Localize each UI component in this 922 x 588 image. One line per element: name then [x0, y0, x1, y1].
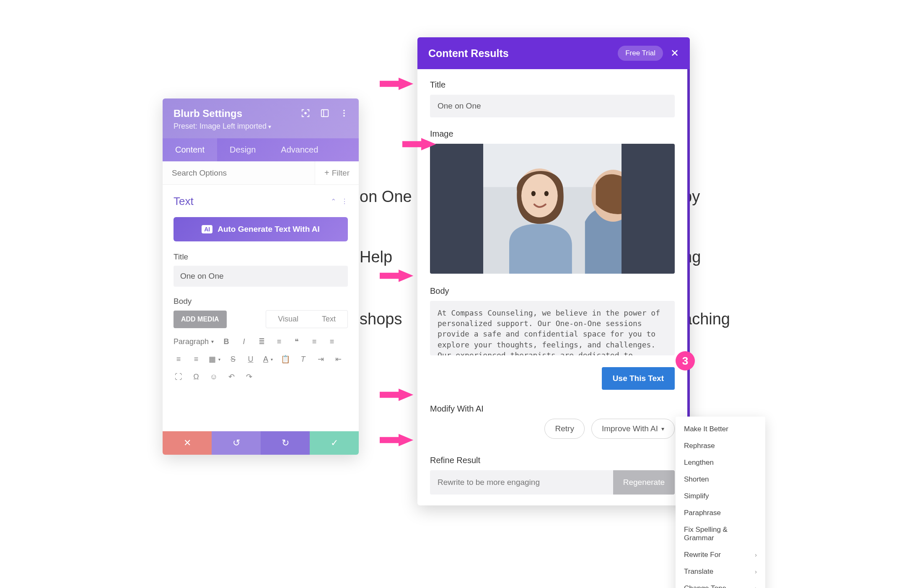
underline-icon[interactable]: U [246, 354, 256, 364]
filter-button[interactable]: + Filter [315, 161, 359, 184]
person-illustration-icon [483, 144, 622, 274]
preset-selector[interactable]: Preset: Image Left imported▾ [174, 122, 348, 131]
result-image[interactable] [430, 144, 675, 274]
svg-point-9 [521, 174, 558, 217]
tab-design[interactable]: Design [217, 138, 268, 161]
result-body-textarea[interactable] [430, 301, 675, 355]
caret-down-icon: ▾ [661, 425, 664, 432]
tab-advanced[interactable]: Advanced [268, 138, 331, 161]
cancel-button[interactable]: ✕ [163, 431, 212, 455]
panel-icon[interactable] [320, 109, 329, 118]
editor-toolbar: Paragraph ▾ B I ≣ ≡ ❝ ≡ ≡ ≡ ≡ ▦ ▾ S U A … [174, 334, 348, 383]
strike-icon[interactable]: S [228, 354, 238, 364]
caret-down-icon: ▾ [211, 339, 214, 345]
results-header: Content Results Free Trial ✕ [417, 37, 690, 69]
arrow-icon [380, 76, 414, 91]
auto-generate-button[interactable]: AI Auto Generate Text With AI [174, 217, 348, 241]
svg-point-3 [343, 110, 345, 111]
align-justify-icon[interactable]: ≡ [191, 354, 201, 364]
section-title-label: Text [174, 195, 194, 208]
chevron-up-icon[interactable]: ⌃ [331, 197, 336, 205]
blurb-settings-panel: Blurb Settings Preset: Image Left import… [163, 98, 359, 455]
filter-label: Filter [332, 168, 350, 178]
text-section: Text ⌃ ⋮ AI Auto Generate Text With AI T… [163, 185, 359, 431]
dropdown-item[interactable]: Change Tone› [676, 580, 765, 588]
omega-icon[interactable]: Ω [191, 372, 201, 382]
tab-content[interactable]: Content [163, 138, 217, 161]
dropdown-item[interactable]: Fix Spelling & Grammar [676, 521, 765, 547]
result-title-input[interactable] [430, 95, 675, 117]
number-list-icon[interactable]: ≡ [274, 337, 284, 347]
svg-point-5 [343, 115, 345, 117]
plus-icon: + [324, 168, 329, 178]
dropdown-item[interactable]: Lengthen [676, 454, 765, 471]
dropdown-item[interactable]: Simplify [676, 488, 765, 505]
arrow-icon [380, 433, 414, 448]
undo-button[interactable]: ↺ [212, 431, 261, 455]
bg-text: on One [360, 188, 412, 206]
footer-actions: ✕ ↺ ↻ ✓ [163, 431, 359, 455]
body-editor[interactable] [174, 383, 348, 421]
dropdown-item[interactable]: Rewrite For› [676, 547, 765, 563]
indent-icon[interactable]: ⇥ [316, 354, 326, 364]
regenerate-button[interactable]: Regenerate [613, 470, 675, 495]
bg-text: shops [360, 310, 402, 328]
clear-format-icon[interactable]: T [298, 354, 308, 364]
title-label: Title [174, 252, 348, 262]
dropdown-item[interactable]: Make It Better [676, 421, 765, 438]
redo-button[interactable]: ↻ [261, 431, 310, 455]
dropdown-item[interactable]: Rephrase [676, 438, 765, 454]
bullet-list-icon[interactable]: ≣ [256, 337, 267, 347]
svg-point-10 [531, 191, 535, 196]
result-body-label: Body [430, 286, 675, 296]
add-media-button[interactable]: ADD MEDIA [174, 311, 227, 328]
dropdown-item[interactable]: Paraphrase [676, 505, 765, 521]
arrow-icon [380, 387, 414, 402]
improve-with-ai-button[interactable]: Improve With AI ▾ [591, 419, 675, 439]
fullscreen-icon[interactable]: ⛶ [174, 372, 184, 382]
table-icon[interactable]: ▦ ▾ [209, 354, 220, 364]
results-title: Content Results [428, 47, 509, 60]
section-title[interactable]: Text ⌃ ⋮ [174, 195, 348, 208]
align-right-icon[interactable]: ≡ [174, 354, 184, 364]
title-input[interactable] [174, 266, 348, 287]
bold-icon[interactable]: B [221, 337, 231, 347]
focus-icon[interactable] [301, 109, 310, 118]
refine-input[interactable] [430, 470, 613, 495]
align-left-icon[interactable]: ≡ [309, 337, 319, 347]
redo-icon[interactable]: ↷ [244, 372, 254, 382]
blurb-header: Blurb Settings Preset: Image Left import… [163, 98, 359, 138]
close-icon[interactable]: ✕ [671, 47, 679, 59]
paste-icon[interactable]: 📋 [280, 354, 290, 364]
improve-label: Improve With AI [602, 424, 658, 433]
text-tab[interactable]: Text [310, 311, 347, 328]
use-this-text-button[interactable]: Use This Text [602, 367, 675, 390]
step-badge-3: 3 [676, 351, 695, 370]
emoji-icon[interactable]: ☺ [209, 372, 219, 382]
quote-icon[interactable]: ❝ [292, 337, 302, 347]
ai-icon: AI [202, 225, 212, 233]
caret-down-icon: ▾ [268, 123, 271, 130]
search-input[interactable] [163, 161, 315, 184]
outdent-icon[interactable]: ⇤ [333, 354, 343, 364]
improve-dropdown: Make It BetterRephraseLengthenShortenSim… [676, 417, 765, 588]
settings-tabs: Content Design Advanced [163, 138, 359, 161]
align-center-icon[interactable]: ≡ [327, 337, 337, 347]
paragraph-selector[interactable]: Paragraph ▾ [174, 337, 214, 347]
free-trial-button[interactable]: Free Trial [618, 46, 663, 61]
chevron-right-icon: › [755, 552, 757, 558]
undo-icon[interactable]: ↶ [226, 372, 236, 382]
bg-text: aching [683, 310, 730, 328]
more-dots-icon[interactable]: ⋮ [341, 197, 348, 205]
confirm-button[interactable]: ✓ [310, 431, 359, 455]
more-icon[interactable] [339, 109, 349, 118]
italic-icon[interactable]: I [239, 337, 249, 347]
svg-point-4 [343, 112, 345, 114]
arrow-icon [402, 137, 437, 152]
visual-tab[interactable]: Visual [266, 311, 310, 328]
retry-button[interactable]: Retry [544, 419, 584, 439]
chevron-right-icon: › [755, 585, 757, 588]
dropdown-item[interactable]: Translate› [676, 563, 765, 580]
dropdown-item[interactable]: Shorten [676, 471, 765, 488]
text-color-icon[interactable]: A ▾ [263, 354, 273, 364]
